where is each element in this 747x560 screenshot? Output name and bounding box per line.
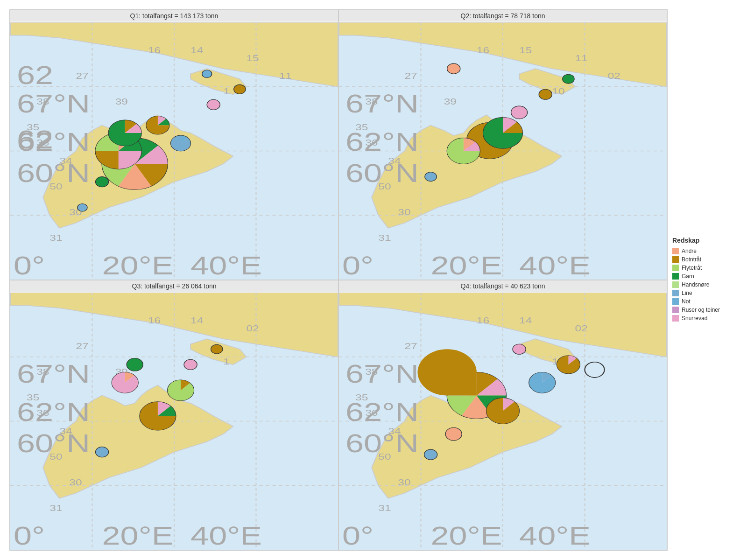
svg-point-76	[539, 89, 552, 99]
svg-text:14: 14	[519, 315, 532, 326]
svg-text:27: 27	[76, 341, 88, 351]
svg-text:36: 36	[36, 408, 49, 418]
map-content-q1: 62 62 60°N 62°N 67°N 20°E 40°E 0° 16 27 …	[10, 22, 338, 280]
svg-point-112	[96, 447, 109, 457]
panel-title-q4: Q4: totalfangst = 40 623 tonn	[339, 280, 667, 292]
svg-text:27: 27	[404, 71, 417, 81]
panel-q2: Q2: totalfangst = 78 718 tonn 60°N	[338, 10, 667, 280]
svg-text:02: 02	[246, 323, 259, 333]
svg-text:36: 36	[36, 138, 49, 148]
svg-text:27: 27	[404, 341, 417, 351]
legend-color-box	[672, 307, 679, 313]
svg-text:31: 31	[49, 503, 62, 513]
svg-point-152	[513, 344, 526, 354]
svg-text:31: 31	[378, 233, 391, 243]
svg-text:30: 30	[398, 207, 410, 217]
legend-items: Andre Botntråt Flytetråt Garn Handsnøre …	[672, 248, 720, 323]
svg-text:67°N: 67°N	[17, 359, 90, 388]
legend-label: Andre	[682, 248, 697, 254]
chart-wrapper: Q1: totalfangst = 143 173 tonn	[9, 9, 738, 551]
svg-text:34: 34	[59, 426, 72, 436]
svg-point-78	[425, 172, 437, 182]
svg-text:40°E: 40°E	[519, 251, 591, 280]
legend-color-box	[672, 248, 679, 254]
svg-point-77	[563, 74, 574, 84]
svg-text:16: 16	[477, 45, 489, 56]
svg-text:50: 50	[378, 452, 391, 462]
svg-point-38	[234, 84, 246, 94]
svg-text:27: 27	[76, 71, 88, 81]
legend-item: Botntråt	[672, 256, 720, 263]
svg-text:39: 39	[115, 97, 128, 107]
svg-text:30: 30	[69, 477, 82, 488]
legend-color-box	[672, 298, 679, 305]
svg-text:0°: 0°	[342, 251, 374, 280]
map-svg-q2: 60°N 62°N 67°N 20°E 40°E 0° 16 27 15 38 …	[339, 22, 667, 280]
svg-text:38: 38	[365, 367, 378, 377]
svg-text:1: 1	[223, 357, 230, 367]
svg-text:0°: 0°	[14, 521, 45, 550]
svg-point-151	[424, 449, 437, 460]
svg-point-150	[445, 427, 462, 441]
svg-text:40°E: 40°E	[190, 521, 262, 550]
svg-point-75	[511, 106, 528, 119]
svg-text:30: 30	[398, 477, 410, 488]
svg-text:67°N: 67°N	[345, 89, 419, 118]
svg-point-41	[202, 70, 212, 78]
maps-grid: Q1: totalfangst = 143 173 tonn	[9, 9, 668, 551]
svg-text:39: 39	[444, 97, 457, 107]
legend-panel: Redskap Andre Botntråt Flytetråt Garn Ha…	[668, 9, 738, 551]
legend-title: Redskap	[672, 237, 699, 244]
map-svg-q3: 60°N 62°N 67°N 20°E 40°E 0° 16 27 14 38 …	[10, 293, 338, 550]
svg-text:20°E: 20°E	[102, 521, 174, 550]
legend-label: Snurrevad	[682, 315, 707, 322]
legend-color-box	[672, 265, 679, 271]
panel-q4: Q4: totalfangst = 40 623 tonn 60°N	[338, 280, 667, 550]
svg-text:67°N: 67°N	[17, 89, 90, 118]
svg-point-39	[96, 177, 109, 187]
svg-text:35: 35	[27, 122, 39, 133]
svg-point-115	[211, 344, 223, 354]
svg-text:15: 15	[246, 53, 259, 63]
svg-point-40	[78, 203, 87, 211]
svg-text:20°E: 20°E	[431, 251, 502, 280]
map-content-q4: 60°N 62°N 67°N 20°E 40°E 0° 16 27 14 38 …	[339, 293, 667, 550]
svg-text:36: 36	[365, 408, 378, 418]
legend-item: Handsnøre	[672, 281, 720, 288]
svg-text:02: 02	[575, 323, 587, 333]
legend-item: Line	[672, 290, 720, 296]
svg-text:10: 10	[552, 86, 564, 97]
svg-text:38: 38	[365, 97, 378, 107]
map-content-q2: 60°N 62°N 67°N 20°E 40°E 0° 16 27 15 38 …	[339, 22, 667, 280]
svg-text:35: 35	[355, 122, 368, 133]
svg-text:38: 38	[36, 97, 49, 107]
svg-text:31: 31	[378, 503, 391, 513]
legend-item: Snurrevad	[672, 315, 720, 322]
svg-text:0°: 0°	[342, 521, 374, 550]
svg-point-79	[447, 63, 460, 74]
legend-item: Garn	[672, 273, 720, 280]
svg-point-114	[184, 359, 197, 370]
panel-q1: Q1: totalfangst = 143 173 tonn	[10, 10, 338, 280]
svg-text:14: 14	[190, 315, 203, 326]
legend-label: Handsnøre	[682, 281, 709, 288]
svg-text:1: 1	[223, 86, 230, 97]
svg-text:20°E: 20°E	[431, 521, 502, 550]
svg-text:16: 16	[148, 45, 161, 56]
svg-text:34: 34	[388, 156, 401, 166]
svg-text:50: 50	[49, 452, 62, 462]
svg-text:35: 35	[27, 392, 39, 403]
svg-text:15: 15	[519, 45, 532, 56]
svg-text:20°E: 20°E	[102, 251, 174, 280]
legend-color-box	[672, 273, 679, 280]
panel-q3: Q3: totalfangst = 26 064 tonn 60°N	[10, 280, 338, 550]
legend-label: Flytetråt	[682, 265, 702, 271]
legend-color-box	[672, 256, 679, 263]
legend-color-box	[672, 315, 679, 322]
svg-text:16: 16	[477, 315, 489, 326]
panel-title-q3: Q3: totalfangst = 26 064 tonn	[10, 280, 338, 292]
svg-text:16: 16	[148, 315, 161, 326]
svg-text:31: 31	[49, 233, 62, 243]
legend-item: Flytetråt	[672, 265, 720, 271]
svg-text:11: 11	[279, 71, 292, 81]
